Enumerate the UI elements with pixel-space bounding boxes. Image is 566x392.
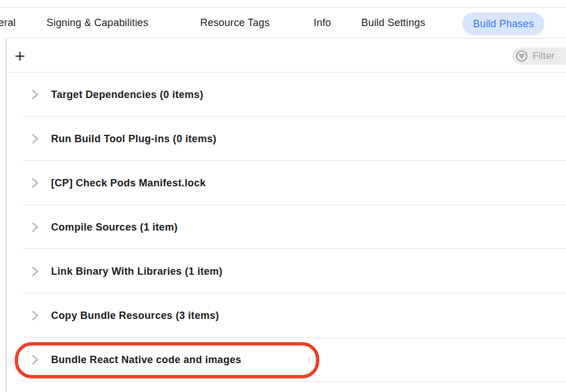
chevron-right-icon[interactable] — [32, 354, 40, 365]
phase-title: [CP] Check Pods Manifest.lock — [51, 177, 206, 189]
phases-toolbar: + Filter — [7, 39, 566, 73]
phase-title: Copy Bundle Resources (3 items) — [51, 310, 219, 322]
filter-circle-icon — [516, 50, 528, 62]
filter-input-placeholder: Filter — [533, 50, 555, 62]
tab-general[interactable]: eral — [0, 7, 16, 38]
tab-signing-capabilities[interactable]: Signing & Capabilities — [47, 7, 149, 38]
chevron-right-icon[interactable] — [32, 133, 40, 144]
add-build-phase-button[interactable]: + — [10, 46, 29, 66]
phase-row-cp-check-pods-manifest[interactable]: [CP] Check Pods Manifest.lock — [7, 161, 566, 205]
chevron-right-icon[interactable] — [32, 310, 40, 321]
phase-row-copy-bundle-resources[interactable]: Copy Bundle Resources (3 items) — [7, 293, 566, 338]
filter-field[interactable]: Filter — [512, 48, 566, 65]
phase-row-link-binary-with-libraries[interactable]: Link Binary With Libraries (1 item) — [7, 249, 566, 293]
row-separator — [23, 381, 566, 382]
phase-title: Compile Sources (1 item) — [51, 221, 178, 233]
phase-row-run-build-tool-plugins[interactable]: Run Build Tool Plug-ins (0 items) — [7, 117, 566, 161]
top-divider — [0, 0, 566, 7]
tab-resource-tags[interactable]: Resource Tags — [200, 7, 269, 38]
build-phases-panel: + Filter Target Dependencies (0 items) — [6, 38, 566, 392]
chevron-right-icon[interactable] — [32, 221, 40, 233]
phase-title: Run Build Tool Plug-ins (0 items) — [51, 133, 217, 145]
chevron-right-icon[interactable] — [32, 89, 40, 100]
phase-row-compile-sources[interactable]: Compile Sources (1 item) — [7, 205, 566, 249]
phase-row-target-dependencies[interactable]: Target Dependencies (0 items) — [7, 73, 566, 117]
phase-row-bundle-react-native[interactable]: Bundle React Native code and images — [7, 338, 566, 382]
tab-build-settings[interactable]: Build Settings — [361, 7, 425, 38]
phase-title: Target Dependencies (0 items) — [51, 89, 203, 101]
target-tab-bar: eral Signing & Capabilities Resource Tag… — [0, 7, 566, 38]
phase-title: Bundle React Native code and images — [51, 354, 242, 366]
chevron-right-icon[interactable] — [32, 177, 40, 189]
build-phases-list: Target Dependencies (0 items) Run Build … — [7, 73, 566, 382]
chevron-right-icon[interactable] — [32, 266, 40, 277]
phase-title: Link Binary With Libraries (1 item) — [51, 266, 222, 278]
tab-info[interactable]: Info — [314, 7, 331, 38]
tab-build-phases[interactable]: Build Phases — [462, 12, 544, 35]
